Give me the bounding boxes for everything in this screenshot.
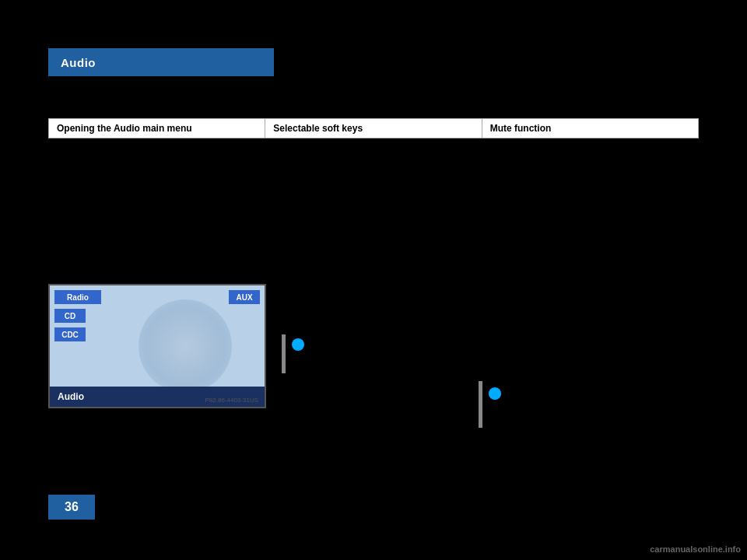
page-number-box: 36	[48, 495, 95, 520]
header-bar: Audio	[48, 48, 274, 76]
callout-line-1	[282, 334, 286, 373]
callout-dot-1	[292, 338, 304, 351]
cd-button[interactable]: CD	[54, 309, 86, 323]
screen-inner: Radio AUX CD CDC Audio P82.86-4403-31US	[50, 285, 265, 407]
cdc-button[interactable]: CDC	[54, 327, 86, 341]
header-title: Audio	[61, 56, 96, 69]
screen-bottom-bar: Audio P82.86-4403-31US	[50, 387, 265, 407]
screen-circle-decoration	[139, 299, 232, 393]
callout-line-2	[479, 381, 482, 428]
radio-button[interactable]: Radio	[54, 290, 101, 304]
tab-mute-function[interactable]: Mute function	[482, 118, 699, 138]
aux-button[interactable]: AUX	[229, 290, 260, 304]
callout-dot-2	[489, 387, 501, 400]
page-number: 36	[65, 500, 79, 514]
tab-row: Opening the Audio main menu Selectable s…	[48, 118, 699, 138]
part-number: P82.86-4403-31US	[205, 397, 259, 404]
watermark: carmanualsonline.info	[650, 544, 741, 554]
tab-opening-audio[interactable]: Opening the Audio main menu	[48, 118, 265, 138]
infotainment-screen: Radio AUX CD CDC Audio P82.86-4403-31US	[48, 284, 266, 408]
screen-audio-label: Audio	[58, 391, 84, 402]
tab-selectable-soft-keys[interactable]: Selectable soft keys	[265, 118, 481, 138]
